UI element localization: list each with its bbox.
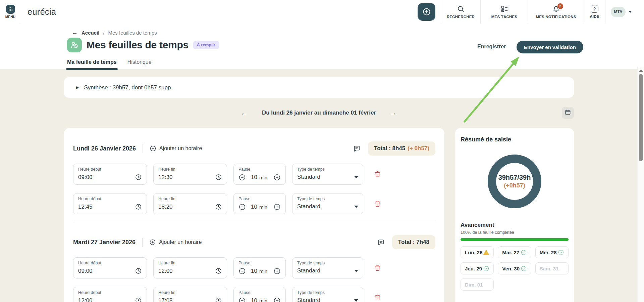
scrollbar-thumb[interactable] xyxy=(639,74,643,161)
time-type-select[interactable]: Type de temps Standard xyxy=(292,164,363,185)
pause-increment-button[interactable] xyxy=(273,203,281,211)
chevron-down-icon xyxy=(354,299,358,302)
start-time-field[interactable]: Heure début 09:00 xyxy=(73,164,147,185)
comment-icon[interactable] xyxy=(377,239,385,246)
search-nav-item[interactable]: RECHERCHER xyxy=(441,0,480,24)
clock-icon xyxy=(135,297,142,302)
pause-decrement-button[interactable] xyxy=(238,297,246,302)
chevron-down-icon xyxy=(354,270,358,272)
chevron-down-icon xyxy=(354,206,358,208)
breadcrumb-home[interactable]: Accueil xyxy=(82,30,99,36)
pause-decrement-button[interactable] xyxy=(238,203,246,211)
synthesis-expander[interactable]: ▶ Synthèse : 39h57, dont 0h57 supp. xyxy=(64,77,574,98)
delete-row-button[interactable] xyxy=(374,294,381,301)
add-circle-icon xyxy=(150,145,156,152)
end-time-field[interactable]: Heure fin 18:20 xyxy=(153,193,227,214)
delete-row-button[interactable] xyxy=(374,264,381,272)
time-type-select[interactable]: Type de temps Standard xyxy=(292,287,363,302)
warning-icon xyxy=(483,249,489,256)
check-circle-icon xyxy=(483,265,489,272)
progress-caption: 100% de la feuille complétée xyxy=(461,230,569,235)
delete-row-button[interactable] xyxy=(374,170,381,178)
pause-field: Pause 10 min xyxy=(233,164,286,185)
timesheet-card: Lundi 26 Janvier 2026 Ajouter un horaire… xyxy=(64,128,444,302)
calendar-picker-button[interactable] xyxy=(562,107,574,119)
scrollbar xyxy=(637,67,644,302)
progress-bar-fill xyxy=(461,238,569,241)
eurecia-logo[interactable]: eurécia xyxy=(28,0,56,24)
add-schedule-button[interactable]: Ajouter un horaire xyxy=(150,145,202,152)
plus-circle-icon xyxy=(418,3,435,21)
next-week-button[interactable]: → xyxy=(390,109,397,117)
day-chip[interactable]: Jeu. 29 xyxy=(461,262,494,274)
bell-icon: 2 xyxy=(552,5,560,13)
start-time-field[interactable]: Heure début 12:00 xyxy=(73,287,147,302)
end-time-field[interactable]: Heure fin 12:00 xyxy=(153,257,227,278)
pause-increment-button[interactable] xyxy=(273,267,281,275)
clock-icon xyxy=(215,297,222,302)
day-chip[interactable]: Lun. 26 xyxy=(461,246,494,258)
time-type-select[interactable]: Type de temps Standard xyxy=(292,193,363,214)
submit-validation-button[interactable]: Envoyer en validation xyxy=(517,41,583,53)
progress-bar xyxy=(461,238,569,241)
tab-history[interactable]: Historique xyxy=(127,59,152,69)
day-chip[interactable]: Mar. 27 xyxy=(498,246,531,258)
clock-icon xyxy=(135,174,142,181)
end-time-field[interactable]: Heure fin 17:08 xyxy=(153,287,227,302)
start-time-field[interactable]: Heure début 09:00 xyxy=(73,257,147,278)
save-button[interactable]: Enregistrer xyxy=(477,44,506,50)
notifications-nav-item[interactable]: 2 MES NOTIFICATIONS xyxy=(528,0,584,24)
progress-title: Avancement xyxy=(461,222,569,228)
week-day-chips: Lun. 26 Mar. 27 Mer. 28 Jeu. 29 Ven. 30 … xyxy=(461,246,569,291)
avatar: MTA xyxy=(611,7,626,17)
time-type-select[interactable]: Type de temps Standard xyxy=(292,257,363,278)
start-time-field[interactable]: Heure début 12:45 xyxy=(73,193,147,214)
menu-button[interactable]: MENU xyxy=(0,0,21,24)
page-title-row: Mes feuilles de temps À remplir xyxy=(67,38,219,52)
week-range-label: Du lundi 26 janvier au dimanche 01 févri… xyxy=(262,110,376,116)
menu-label: MENU xyxy=(5,15,16,19)
delete-row-button[interactable] xyxy=(374,200,381,208)
hours-donut-chart: 39h57/39h (+0h57) xyxy=(488,155,541,208)
tasks-icon xyxy=(500,5,508,13)
check-circle-icon xyxy=(558,249,564,256)
day-chip[interactable]: Mer. 28 xyxy=(535,246,569,258)
day-total-badge: Total : 7h48 xyxy=(392,235,435,249)
week-navigation: ← Du lundi 26 janvier au dimanche 01 fév… xyxy=(64,106,574,120)
pause-increment-button[interactable] xyxy=(273,174,281,181)
help-nav-item[interactable]: ? AIDE xyxy=(584,0,605,24)
end-time-field[interactable]: Heure fin 12:30 xyxy=(153,164,227,185)
pause-decrement-button[interactable] xyxy=(238,267,246,275)
pause-field: Pause 10 min xyxy=(233,193,286,214)
breadcrumb: ← Accueil / Mes feuilles de temps xyxy=(71,29,157,36)
pause-increment-button[interactable] xyxy=(273,297,281,302)
pause-decrement-button[interactable] xyxy=(238,174,246,181)
notification-count-badge: 2 xyxy=(557,3,563,9)
quick-add-button[interactable] xyxy=(412,0,441,24)
check-circle-icon xyxy=(521,265,527,272)
calendar-icon xyxy=(565,109,571,117)
status-badge: À remplir xyxy=(193,41,219,49)
entry-summary-card: Résumé de saisie 39h57/39h (+0h57) Avanc… xyxy=(455,128,574,302)
clock-icon xyxy=(215,174,222,181)
summary-title: Résumé de saisie xyxy=(461,136,569,143)
timesheet-app-icon xyxy=(67,38,82,52)
top-bar: MENU eurécia RECHERCHER MES TÂCHES 2 MES… xyxy=(0,0,644,24)
grid-menu-icon xyxy=(6,5,15,14)
pause-field: Pause 10 min xyxy=(233,287,286,302)
divider xyxy=(142,238,143,247)
comment-icon[interactable] xyxy=(353,145,361,153)
back-arrow-icon[interactable]: ← xyxy=(71,29,78,36)
scrollbar-up-arrow[interactable] xyxy=(639,69,643,72)
time-entry-row: Heure début 12:00 Heure fin 17:08 Pause … xyxy=(73,287,435,302)
previous-week-button[interactable]: ← xyxy=(241,109,248,117)
header-zone: MENU eurécia RECHERCHER MES TÂCHES 2 MES… xyxy=(0,0,644,69)
user-menu[interactable]: MTA xyxy=(605,0,637,24)
day-chip[interactable]: Ven. 30 xyxy=(498,262,531,274)
clock-icon xyxy=(135,267,142,274)
add-schedule-button[interactable]: Ajouter un horaire xyxy=(149,239,202,246)
day-title: Mardi 27 Janvier 2026 xyxy=(73,239,136,246)
tab-my-timesheet[interactable]: Ma feuille de temps xyxy=(67,59,117,69)
notifications-label: MES NOTIFICATIONS xyxy=(536,15,576,19)
tasks-nav-item[interactable]: MES TÂCHES xyxy=(480,0,528,24)
